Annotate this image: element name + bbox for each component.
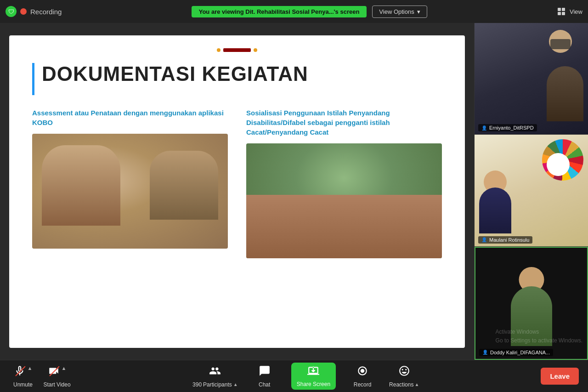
participants-count: 390 xyxy=(192,381,202,388)
deco-dot-2 xyxy=(254,48,257,52)
reactions-button[interactable]: Reactions ▲ xyxy=(389,365,419,388)
svg-rect-3 xyxy=(562,12,565,15)
share-screen-label: Share Screen xyxy=(297,381,330,387)
share-screen-icon xyxy=(307,365,319,380)
participant-body-1 xyxy=(547,66,583,121)
top-bar-left: 🛡 Recording xyxy=(6,6,62,17)
participants-chevron[interactable]: ▲ xyxy=(233,382,238,387)
top-bar-right: View xyxy=(557,7,582,16)
participant-tile-3: 👤 Doddy Kaliri_DIFAGANA... Activate Wind… xyxy=(475,247,588,360)
participant-icon-1: 👤 xyxy=(481,125,487,131)
sdg-wheel xyxy=(542,139,583,181)
participant-icon-2: 👤 xyxy=(481,237,487,242)
view-label: View xyxy=(570,8,582,15)
grid-icon xyxy=(557,7,566,16)
participants-panel: 👤 Erniyanto_DitRSPD 👤 Maulani Rotinsulu … xyxy=(474,23,588,360)
shield-icon: 🛡 xyxy=(6,6,17,17)
participant-tile-2: 👤 Maulani Rotinsulu xyxy=(475,135,588,246)
slide-decoration xyxy=(217,48,257,52)
participants-button[interactable]: 390 Participants ▲ xyxy=(192,365,238,388)
chat-icon xyxy=(259,365,271,380)
recording-label: Recording xyxy=(30,8,62,16)
slide-right-caption: Sosialisasi Penggunaan Istilah Penyandan… xyxy=(246,108,442,137)
share-screen-svg xyxy=(307,365,319,377)
record-label: Record xyxy=(354,381,372,388)
video-icon xyxy=(48,365,60,380)
slide-container: DOKUMENTASI KEGIATAN Assessment atau Pen… xyxy=(9,35,465,348)
sdg-wheel-inner xyxy=(547,153,570,176)
participant-name-label-1: Erniyanto_DitRSPD xyxy=(489,125,534,131)
record-icon xyxy=(356,365,368,380)
slide-left-caption: Assessment atau Penataan dengan mengguna… xyxy=(32,108,228,127)
participants-label: Participants xyxy=(203,381,232,388)
chat-svg xyxy=(259,365,271,377)
photo-right-bg xyxy=(246,143,442,258)
slide-title: DOKUMENTASI KEGIATAN xyxy=(42,63,308,85)
photo-left-bg xyxy=(32,134,228,249)
bottom-center-controls: 390 Participants ▲ Chat Share Screen xyxy=(192,363,419,390)
unmute-chevron[interactable]: ▲ xyxy=(28,365,33,371)
participant-body-2 xyxy=(479,187,511,233)
record-button[interactable]: Record xyxy=(349,365,376,388)
bottom-bar: ▲ Unmute ▲ Start Video xyxy=(0,360,588,392)
svg-rect-0 xyxy=(558,8,561,11)
slide-image-left xyxy=(32,134,228,249)
microphone-icon xyxy=(14,365,26,380)
participant-name-label-3: Doddy Kaliri_DIFAGANA... xyxy=(490,350,550,355)
participant-name-label-2: Maulani Rotinsulu xyxy=(489,237,529,243)
participants-svg xyxy=(209,365,221,377)
unmute-label: Unmute xyxy=(13,381,33,388)
video-btn-group: ▲ xyxy=(48,365,67,380)
recording-dot xyxy=(20,8,27,15)
participant-name-2: 👤 Maulani Rotinsulu xyxy=(478,236,532,244)
reactions-label: Reactions xyxy=(389,381,413,388)
svg-rect-2 xyxy=(558,12,561,15)
bottom-right-controls: Leave xyxy=(541,368,579,385)
view-options-label: View Options xyxy=(379,8,414,15)
reactions-chevron[interactable]: ▲ xyxy=(414,382,419,387)
start-video-label: Start Video xyxy=(43,381,70,388)
participant-body-3 xyxy=(511,286,552,346)
deco-dot-1 xyxy=(217,48,220,52)
participant-name-3: 👤 Doddy Kaliri_DIFAGANA... xyxy=(479,349,553,356)
start-video-button[interactable]: ▲ Start Video xyxy=(43,365,71,388)
bottom-left-controls: ▲ Unmute ▲ Start Video xyxy=(9,365,71,388)
participant-icon-3: 👤 xyxy=(482,350,488,355)
record-svg xyxy=(356,365,368,377)
slide-title-bar xyxy=(32,63,34,95)
view-options-button[interactable]: View Options ▾ xyxy=(372,6,427,18)
slide-title-area: DOKUMENTASI KEGIATAN xyxy=(32,63,442,95)
top-bar: 🛡 Recording You are viewing Dit. Rehabil… xyxy=(0,0,588,23)
slide-left-column: Assessment atau Penataan dengan mengguna… xyxy=(32,108,228,258)
slide-image-right xyxy=(246,143,442,258)
leave-button[interactable]: Leave xyxy=(541,368,579,385)
participant-tile-1: 👤 Erniyanto_DitRSPD xyxy=(475,23,588,135)
slide-right-column: Sosialisasi Penggunaan Istilah Penyandan… xyxy=(246,108,442,258)
svg-rect-1 xyxy=(562,8,565,11)
view-options-chevron: ▾ xyxy=(417,8,420,15)
reactions-svg xyxy=(398,365,410,377)
share-screen-button[interactable]: Share Screen xyxy=(291,363,336,390)
reactions-icon xyxy=(398,365,410,380)
screen-share-banner: You are viewing Dit. Rehabilitasi Sosial… xyxy=(192,6,367,17)
svg-point-5 xyxy=(361,369,365,373)
slide-content: Assessment atau Penataan dengan mengguna… xyxy=(32,108,442,258)
unmute-btn-group: ▲ xyxy=(14,365,33,380)
participant-mask xyxy=(550,39,571,49)
participant-name-1: 👤 Erniyanto_DitRSPD xyxy=(478,124,537,131)
main-area: DOKUMENTASI KEGIATAN Assessment atau Pen… xyxy=(0,23,588,360)
slide-area: DOKUMENTASI KEGIATAN Assessment atau Pen… xyxy=(0,23,474,360)
participants-icon xyxy=(209,365,221,380)
unmute-button[interactable]: ▲ Unmute xyxy=(9,365,37,388)
chat-button[interactable]: Chat xyxy=(251,365,278,388)
top-bar-center: You are viewing Dit. Rehabilitasi Sosial… xyxy=(192,6,427,18)
video-chevron[interactable]: ▲ xyxy=(62,365,67,371)
chat-label: Chat xyxy=(259,381,270,388)
deco-rect xyxy=(223,48,251,52)
